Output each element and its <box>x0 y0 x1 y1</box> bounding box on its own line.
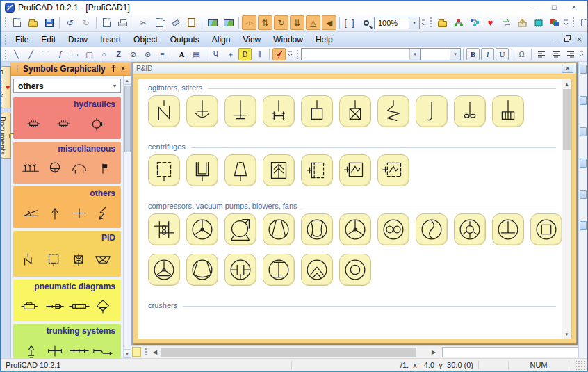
symbol-tile-centrifuge-zigzag-dashed[interactable] <box>377 154 409 186</box>
bold-button[interactable]: B <box>466 48 480 60</box>
rotate-right-button[interactable]: ↻ <box>274 15 288 30</box>
scroll-right-icon[interactable]: ▶ <box>428 347 439 357</box>
symbol-hydraulic-unit[interactable] <box>26 117 49 131</box>
toolbar-overflow-button[interactable] <box>286 47 294 61</box>
toolbar-grip[interactable] <box>572 17 575 29</box>
cut-button[interactable]: ✂ <box>136 15 151 30</box>
document-scroll-thumb[interactable] <box>563 89 571 150</box>
symbol-tile-centrifuge-open[interactable] <box>186 154 218 186</box>
polyline-tool-button[interactable]: ╱ <box>24 48 38 60</box>
scrollbar-grip[interactable] <box>145 348 147 356</box>
horizontal-scroll-thumb[interactable] <box>161 348 416 357</box>
symbol-tile-pump-base[interactable] <box>224 213 256 245</box>
panel-scrollbar[interactable]: ▲ ▼ <box>123 76 131 358</box>
tab-documents[interactable]: Documents <box>1 113 11 159</box>
symbol-tile-roots-blower[interactable] <box>377 213 409 245</box>
panel-close-icon[interactable]: ✕ <box>118 65 128 72</box>
chevron-down-icon[interactable]: ▼ <box>409 17 419 29</box>
symbol-candles[interactable] <box>20 161 42 176</box>
scroll-down-icon[interactable]: ▼ <box>124 349 131 358</box>
zoom-button[interactable] <box>359 15 373 30</box>
print-preview-button[interactable] <box>99 15 114 30</box>
document-close-button[interactable]: ✕ <box>562 65 573 73</box>
redo-button[interactable]: ↻ <box>79 15 93 30</box>
menu-object[interactable]: Object <box>127 33 164 46</box>
symbol-earth-electrode[interactable] <box>44 161 66 176</box>
symbol-sieve-mini[interactable] <box>92 252 114 267</box>
symbol-tile-agitator-helical[interactable] <box>377 95 409 127</box>
symbol-tile-agitator-propeller[interactable] <box>454 95 486 127</box>
symbol-flag[interactable] <box>92 161 114 176</box>
panel-grip[interactable] <box>16 65 19 73</box>
copy-button[interactable] <box>152 15 167 30</box>
right-toolbar-button[interactable] <box>580 96 587 105</box>
menu-edit[interactable]: Edit <box>35 33 62 46</box>
mdi-restore-button[interactable] <box>564 35 571 43</box>
right-toolbar-button[interactable] <box>580 221 587 230</box>
undo-button[interactable]: ↺ <box>63 15 77 30</box>
symbol-tile-screw-compressor[interactable] <box>416 213 448 245</box>
line-tool-button[interactable]: ╲ <box>10 48 23 60</box>
text-tool-button[interactable]: A <box>175 48 188 60</box>
symbol-tile-centrifuge-zigzag[interactable] <box>339 154 371 186</box>
chevron-down-icon[interactable]: ▼ <box>409 49 420 60</box>
symbol-tile-compressor-ring[interactable] <box>339 254 371 286</box>
symbol-tile-agitator-frame[interactable] <box>301 95 333 127</box>
symbol-tile-fan-propeller-2[interactable] <box>339 213 371 245</box>
pin-icon[interactable] <box>108 65 118 72</box>
integrated-circuit-button[interactable] <box>531 15 546 30</box>
lines-tool-button[interactable]: ≡ <box>156 48 169 60</box>
panel-scroll-thumb[interactable] <box>124 86 131 152</box>
menubar-grip[interactable] <box>4 34 7 45</box>
flip-vertical-button[interactable]: ⇅ <box>258 15 272 30</box>
menu-outputs[interactable]: Outputs <box>164 33 206 46</box>
ellipse-tool-button[interactable]: ○ <box>97 48 111 60</box>
new-file-button[interactable] <box>10 15 24 30</box>
zoom-combobox[interactable]: 100% ▼ <box>374 17 420 29</box>
symbol-ticked-line-mini[interactable] <box>68 343 90 358</box>
text-align-center-button[interactable] <box>549 48 562 60</box>
symbol-pole-mini[interactable] <box>20 343 42 358</box>
rounded-rectangle-tool-button[interactable]: ▢ <box>83 48 96 60</box>
symbol-tile-compressor-square[interactable] <box>530 213 562 245</box>
document-scrollbar[interactable]: ▲ ▼ <box>562 79 571 339</box>
symbol-tile-agitator-anchor[interactable] <box>186 95 218 127</box>
resize-grip[interactable] <box>576 361 586 371</box>
symbol-agitator-mini[interactable] <box>20 252 42 267</box>
toolbar-grip[interactable] <box>4 17 7 29</box>
right-toolbar-button[interactable] <box>580 65 587 74</box>
category-dropdown[interactable]: others ▼ <box>13 79 121 93</box>
text-align-right-button[interactable] <box>564 48 577 60</box>
open-button[interactable] <box>26 15 40 30</box>
symbol-tile-blower-curved[interactable] <box>301 213 333 245</box>
tab-favourites[interactable]: ♥ Favourites <box>1 66 11 108</box>
scroll-up-icon[interactable]: ▲ <box>124 76 131 85</box>
symbol-lightning[interactable] <box>92 206 114 220</box>
select-area-button[interactable]: [ ] <box>343 15 357 30</box>
document-title-bar[interactable]: P&ID ✕ <box>133 63 576 74</box>
symbol-tile-agitator-hook[interactable] <box>416 95 448 127</box>
symbol-cross[interactable] <box>68 206 90 220</box>
layers-button[interactable] <box>547 15 562 30</box>
crossed-ellipse2-tool-button[interactable]: ⊘ <box>141 48 154 60</box>
toolbar-overflow-button[interactable] <box>420 16 427 30</box>
menu-align[interactable]: Align <box>206 33 237 46</box>
text-block-button[interactable]: ▤ <box>190 48 203 60</box>
font-family-combobox[interactable]: ▼ <box>301 48 420 60</box>
symbol-tile-centrifuge-dashed[interactable] <box>148 154 180 186</box>
menu-window[interactable]: Window <box>267 33 309 46</box>
symbol-tile-agitator-anchor-n[interactable] <box>148 95 180 127</box>
save-button[interactable] <box>42 15 56 30</box>
ic-pins-button[interactable]: ⦀ <box>253 48 266 60</box>
symbol-crossed-box-mini[interactable] <box>68 252 90 267</box>
label-tag-button[interactable]: D <box>238 48 252 60</box>
horizontal-scrollbar[interactable]: ◀ ▶ <box>131 345 578 358</box>
minimize-button[interactable]: – <box>532 3 537 11</box>
terminal-tool-button[interactable]: Ч <box>209 48 222 60</box>
italic-button[interactable]: I <box>481 48 494 60</box>
close-button[interactable]: × <box>572 3 576 11</box>
toolbar-grip[interactable] <box>430 17 432 29</box>
special-character-button[interactable]: Ω <box>515 48 528 60</box>
symbol-tile-compressor-ibeam[interactable] <box>263 254 295 286</box>
flip-horizontal-button[interactable]: ◁▷ <box>242 15 256 30</box>
